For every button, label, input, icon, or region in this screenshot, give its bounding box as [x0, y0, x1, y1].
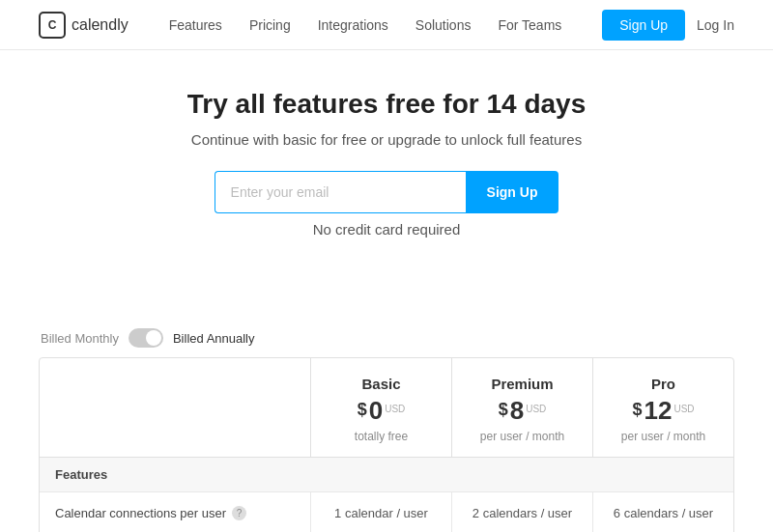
- plan-pro-price: $ 12 USD: [609, 396, 718, 426]
- main-nav: Features Pricing Integrations Solutions …: [169, 17, 562, 33]
- pricing-table: Basic $ 0 USD totally free Premium $ 8 U…: [39, 357, 734, 532]
- logo-text: calendly: [72, 16, 129, 34]
- plan-basic: Basic $ 0 USD totally free: [310, 358, 451, 457]
- header: C calendly Features Pricing Integrations…: [0, 0, 773, 50]
- hero-subtitle: Continue with basic for free or upgrade …: [19, 131, 754, 148]
- basic-currency-symbol: $: [358, 400, 367, 420]
- info-icon-calendar-connections[interactable]: ?: [232, 506, 246, 520]
- features-label: Features: [40, 458, 733, 491]
- premium-usd: USD: [526, 404, 546, 414]
- nav-solutions[interactable]: Solutions: [415, 17, 472, 33]
- pro-amount: 12: [644, 396, 672, 426]
- plan-pro-desc: per user / month: [609, 430, 718, 443]
- premium-currency-symbol: $: [499, 400, 508, 420]
- billed-annually-label: Billed Annually: [173, 331, 255, 346]
- feature-cell-premium-connections: 2 calendars / user: [451, 492, 592, 532]
- features-section-header: Features: [40, 457, 733, 491]
- nav-pricing[interactable]: Pricing: [249, 17, 291, 33]
- hero-signup-button[interactable]: Sign Up: [466, 171, 559, 213]
- billed-monthly-label: Billed Monthly: [41, 331, 119, 346]
- logo-letter: C: [48, 18, 57, 32]
- feature-name-calendar-connections: Calendar connections per user ?: [40, 492, 310, 532]
- pricing-section: Billed Monthly Billed Annually Basic $ 0…: [0, 290, 773, 532]
- basic-amount: 0: [369, 396, 383, 426]
- plan-premium-desc: per user / month: [468, 430, 577, 443]
- pro-currency-symbol: $: [632, 400, 642, 420]
- plan-basic-desc: totally free: [327, 430, 436, 443]
- plan-pro-name: Pro: [609, 376, 718, 392]
- header-signup-button[interactable]: Sign Up: [602, 10, 685, 41]
- plan-premium-price: $ 8 USD: [468, 396, 577, 426]
- nav-for-teams[interactable]: For Teams: [498, 17, 561, 33]
- empty-header-cell: [40, 358, 310, 457]
- plan-header-row: Basic $ 0 USD totally free Premium $ 8 U…: [40, 358, 733, 457]
- pro-usd: USD: [673, 404, 694, 414]
- plan-basic-price: $ 0 USD: [327, 396, 436, 426]
- plan-premium: Premium $ 8 USD per user / month: [451, 358, 592, 457]
- feature-row-calendar-connections: Calendar connections per user ? 1 calend…: [40, 491, 733, 532]
- premium-amount: 8: [510, 396, 524, 426]
- plan-basic-name: Basic: [327, 376, 436, 392]
- nav-features[interactable]: Features: [169, 17, 222, 33]
- billing-toggle-row: Billed Monthly Billed Annually: [39, 319, 734, 357]
- nav-integrations[interactable]: Integrations: [318, 17, 388, 33]
- billing-toggle[interactable]: [129, 328, 163, 348]
- feature-cell-pro-connections: 6 calendars / user: [592, 492, 733, 532]
- feature-cell-basic-connections: 1 calendar / user: [310, 492, 451, 532]
- toggle-knob: [146, 330, 161, 346]
- plan-pro: Pro $ 12 USD per user / month: [592, 358, 733, 457]
- email-form: Sign Up: [19, 171, 754, 213]
- nav-actions: Sign Up Log In: [602, 10, 734, 41]
- hero-section: Try all features free for 14 days Contin…: [0, 50, 773, 290]
- basic-usd: USD: [385, 404, 405, 414]
- email-input[interactable]: [215, 171, 466, 213]
- logo-icon: C: [39, 12, 66, 39]
- hero-title: Try all features free for 14 days: [19, 89, 754, 120]
- header-login-button[interactable]: Log In: [697, 17, 734, 33]
- logo: C calendly: [39, 12, 129, 39]
- no-card-text: No credit card required: [19, 221, 754, 238]
- plan-premium-name: Premium: [468, 376, 577, 392]
